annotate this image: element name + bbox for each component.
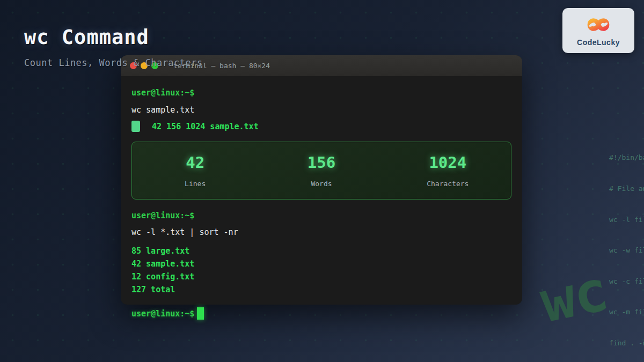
header: wc Command Count Lines, Words & Characte… — [24, 26, 203, 68]
file-icon — [131, 121, 140, 132]
command-line: wc -l *.txt | sort -nr — [131, 227, 511, 237]
stat-label: Lines — [132, 180, 258, 188]
stat-label: Characters — [385, 180, 511, 188]
stat-label: Words — [258, 180, 384, 188]
prompt-line: user@linux:~$ — [131, 211, 511, 220]
prompt-line: user@linux:~$ — [131, 88, 511, 98]
page-title: wc Command — [24, 26, 203, 49]
stat-words: 156 Words — [258, 153, 384, 188]
terminal-body[interactable]: user@linux:~$ wc sample.txt 42 156 1024 … — [121, 88, 522, 294]
terminal-cursor — [197, 307, 204, 320]
stat-value: 42 — [132, 153, 258, 172]
prompt-text: user@linux:~$ — [131, 309, 194, 319]
stat-value: 156 — [258, 153, 384, 172]
brand-name: CodeLucky — [577, 38, 620, 47]
brand-card: CodeLucky — [562, 8, 634, 53]
code-line: # File an — [609, 183, 644, 194]
output-line: 42 sample.txt — [131, 259, 511, 269]
output-line: 127 total — [131, 285, 511, 294]
code-line: #!/bin/ba — [609, 152, 644, 162]
stats-box: 42 Lines 156 Words 1024 Characters — [131, 142, 511, 200]
wc-watermark: wc — [535, 258, 613, 336]
infinity-icon — [581, 14, 616, 37]
output-text: 42 156 1024 sample.txt — [152, 122, 259, 131]
terminal-window: terminal — bash — 80×24 user@linux:~$ wc… — [121, 55, 522, 305]
code-line: find . -n — [609, 338, 644, 348]
output-line: 12 config.txt — [131, 272, 511, 282]
stat-characters: 1024 Characters — [385, 153, 511, 188]
code-line: wc -c fil — [609, 276, 644, 286]
stat-lines: 42 Lines — [132, 153, 258, 188]
stat-value: 1024 — [385, 153, 511, 172]
active-prompt[interactable]: user@linux:~$ — [131, 307, 204, 320]
command-line: wc sample.txt — [131, 105, 511, 115]
background-code-snippet: #!/bin/ba # File an wc -l fil wc -w fil … — [609, 132, 644, 362]
code-line: wc -l fil — [609, 215, 644, 225]
output-line: 85 large.txt — [131, 246, 511, 256]
output-line: 42 156 1024 sample.txt — [131, 121, 511, 132]
code-line: wc -w fil — [609, 245, 644, 255]
code-line: wc -m fil — [609, 307, 644, 317]
page-subtitle: Count Lines, Words & Characters — [24, 57, 203, 68]
